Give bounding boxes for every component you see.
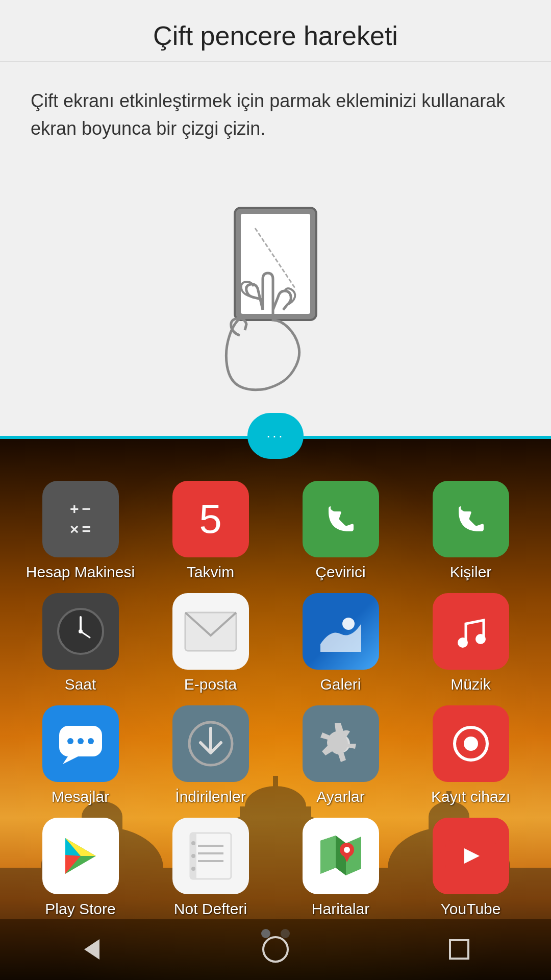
calculator-icon: + − × = [42,481,119,557]
music-icon [433,593,509,670]
app-label-notepad: Not Defteri [174,900,247,918]
app-label-settings: Ayarlar [316,788,364,805]
app-playstore[interactable]: Play Store [15,812,145,924]
app-music[interactable]: Müzik [406,587,536,699]
app-label-playstore: Play Store [45,900,115,918]
phone-hand-svg [194,198,357,391]
app-phone[interactable]: Çevirici [276,475,406,587]
nav-bar [0,919,551,980]
calendar-icon: 5 [172,481,249,557]
svg-marker-25 [63,756,78,764]
messages-icon [42,705,119,782]
svg-point-22 [458,638,468,648]
back-button[interactable] [71,929,112,970]
youtube-icon [433,818,509,894]
playstore-icon [42,818,119,894]
svg-rect-52 [450,940,468,959]
downloads-icon [172,705,249,782]
page-title: Çift pencere hareketi [0,0,551,62]
app-settings[interactable]: Ayarlar [276,699,406,812]
svg-point-28 [88,738,94,744]
svg-point-47 [344,847,350,853]
top-panel: Çift pencere hareketi Çift ekranı etkinl… [0,0,551,439]
app-gallery[interactable]: Galeri [276,587,406,699]
svg-point-26 [67,738,73,744]
svg-point-21 [342,618,355,630]
app-label-clock: Saat [65,676,96,693]
app-label-youtube: YouTube [441,900,501,918]
app-grid: + − × = Hesap Makinesi 5 Takvim Çeviric [0,439,551,924]
svg-point-33 [464,737,478,751]
app-notepad[interactable]: Not Defteri [145,812,276,924]
settings-icon [303,705,379,782]
app-youtube[interactable]: YouTube [406,812,536,924]
gallery-icon [303,593,379,670]
svg-point-44 [191,854,195,858]
svg-marker-50 [84,939,99,960]
maps-icon [303,818,379,894]
svg-point-45 [191,867,195,871]
calendar-badge: 5 [199,496,222,543]
app-label-calculator: Hesap Makinesi [26,564,135,581]
home-button[interactable] [255,929,296,970]
app-label-messages: Mesajlar [52,788,109,805]
app-label-gallery: Galeri [320,676,361,693]
svg-point-43 [191,841,195,845]
app-calendar[interactable]: 5 Takvim [145,475,276,587]
app-maps[interactable]: Haritalar [276,812,406,924]
recent-button[interactable] [439,929,480,970]
dots-button[interactable]: ··· [247,413,304,459]
bottom-panel: + − × = Hesap Makinesi 5 Takvim Çeviric [0,439,551,980]
svg-point-27 [78,738,84,744]
description-text: Çift ekranı etkinleştirmek için parmak e… [0,62,551,153]
svg-point-23 [475,634,486,644]
svg-rect-1 [241,214,310,314]
app-label-calendar: Takvim [187,564,234,581]
app-label-music: Müzik [450,676,490,693]
app-label-downloads: İndirilenler [175,788,245,805]
app-contacts[interactable]: Kişiler [406,475,536,587]
app-label-recorder: Kayıt cihazı [431,788,510,805]
recorder-icon [433,705,509,782]
app-label-email: E-posta [184,676,237,693]
svg-point-19 [79,629,83,633]
app-label-phone: Çevirici [315,564,365,581]
hand-illustration [0,153,551,436]
notepad-icon [172,818,249,894]
dots-label: ··· [266,428,284,444]
app-downloads[interactable]: İndirilenler [145,699,276,812]
app-label-contacts: Kişiler [450,564,492,581]
app-clock[interactable]: Saat [15,587,145,699]
app-calculator[interactable]: + − × = Hesap Makinesi [15,475,145,587]
phone-icon [303,481,379,557]
app-messages[interactable]: Mesajlar [15,699,145,812]
app-label-maps: Haritalar [312,900,369,918]
contacts-icon [433,481,509,557]
clock-icon [42,593,119,670]
app-email[interactable]: E-posta [145,587,276,699]
app-recorder[interactable]: Kayıt cihazı [406,699,536,812]
email-icon [172,593,249,670]
svg-point-51 [263,937,288,962]
